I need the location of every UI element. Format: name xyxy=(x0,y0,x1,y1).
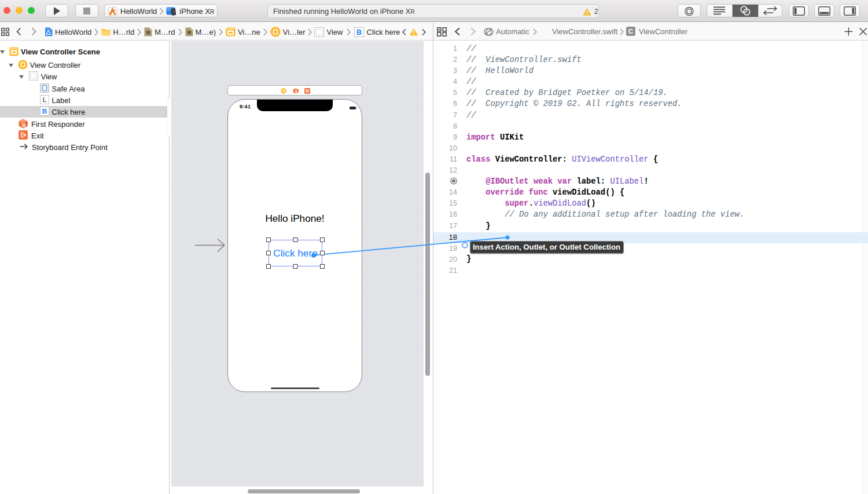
svg-text:1: 1 xyxy=(23,123,25,127)
svg-text:B: B xyxy=(42,107,47,115)
svg-text:L: L xyxy=(42,96,46,103)
svg-text:B: B xyxy=(356,28,361,36)
